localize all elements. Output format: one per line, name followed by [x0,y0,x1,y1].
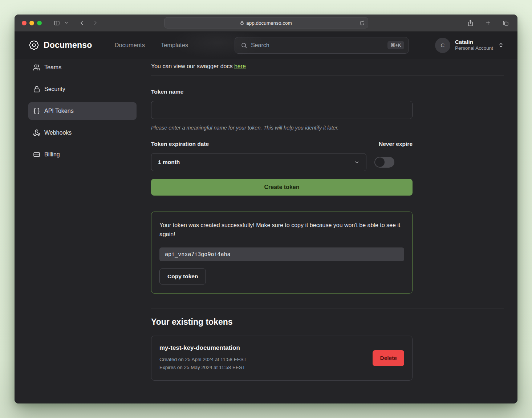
search-shortcut-badge: ⌘+K [387,41,404,49]
token-name-label: Token name [151,89,504,95]
new-tab-icon[interactable] [484,19,492,27]
address-bar[interactable]: app.documenso.com [164,17,368,29]
credit-card-icon [33,151,40,158]
sidebar-item-label: Security [44,86,65,93]
app-header: Documenso Documents Templates ⌘+K C Cata… [15,32,517,59]
expiration-label: Token expiration date [151,141,209,147]
sidebar-item-label: Webhooks [44,130,72,136]
sidebar-item-label: Billing [44,151,60,158]
token-created-alert: Your token was created successfully! Mak… [151,212,413,294]
settings-sidebar: Teams Security API Tokens [28,59,137,381]
chevron-down-icon[interactable] [63,20,70,26]
braces-icon [33,107,40,115]
reload-icon[interactable] [360,20,365,25]
search-input[interactable] [251,42,384,49]
swagger-docs-line: You can view our swagger docs here [151,63,504,70]
swagger-text: You can view our swagger docs [151,63,234,69]
webhook-icon [33,129,40,136]
avatar: C [435,38,450,53]
account-type: Personal Account [455,45,493,52]
share-icon[interactable] [466,18,475,28]
brand-name: Documenso [44,40,92,50]
lock-icon [33,86,40,93]
back-icon[interactable] [77,18,86,28]
sidebar-item-webhooks[interactable]: Webhooks [28,124,137,142]
sidebar-toggle-icon[interactable] [52,19,62,28]
sidebar-item-label: Teams [44,64,61,71]
nav-templates[interactable]: Templates [161,42,188,49]
token-expires-date: Expires on 25 May 2024 at 11:58 EEST [159,364,247,372]
browser-window: app.documenso.com [15,15,517,403]
url-text: app.documenso.com [246,20,292,26]
token-created-date: Created on 25 April 2024 at 11:58 EEST [159,356,247,364]
delete-token-button[interactable]: Delete [373,350,404,366]
chevrons-up-down-icon [498,42,504,48]
api-tokens-panel: You can view our swagger docs here Token… [151,59,504,381]
account-menu[interactable]: C Catalin Personal Account [435,38,504,53]
divider [151,308,504,308]
sidebar-item-api-tokens[interactable]: API Tokens [28,102,137,120]
app-content: Documenso Documents Templates ⌘+K C Cata… [15,32,517,403]
expiration-select[interactable]: 1 month [151,153,366,171]
lock-icon [240,21,244,25]
documenso-logo-icon [28,40,40,51]
minimize-window-button[interactable] [29,21,34,25]
forward-icon[interactable] [91,18,100,28]
never-expire-label: Never expire [379,141,413,147]
existing-tokens-heading: Your existing tokens [151,317,504,327]
expiration-selected-value: 1 month [158,159,180,165]
sidebar-item-billing[interactable]: Billing [28,146,137,163]
close-window-button[interactable] [22,21,27,25]
zoom-window-button[interactable] [37,21,42,25]
never-expire-toggle[interactable] [374,157,394,168]
search-bar[interactable]: ⌘+K [235,37,409,54]
nav-documents[interactable]: Documents [114,42,145,49]
token-card: my-test-key-documentation Created on 25 … [151,336,413,381]
sidebar-item-label: API Tokens [44,108,74,114]
swagger-docs-link[interactable]: here [234,63,246,69]
main-nav: Documents Templates [114,42,188,49]
browser-chrome: app.documenso.com [15,15,517,32]
token-value-field[interactable]: api_vnxa7i3go9oi4aha [159,247,404,261]
toggle-knob [375,157,385,167]
token-name-helper: Please enter a meaningful name for your … [151,125,413,131]
create-token-button[interactable]: Create token [151,179,413,196]
sidebar-item-teams[interactable]: Teams [28,59,137,76]
sidebar-item-security[interactable]: Security [28,81,137,98]
chevron-down-icon [354,160,360,165]
search-icon [241,42,247,49]
divider [151,75,504,75]
traffic-lights [22,21,42,25]
token-card-name: my-test-key-documentation [159,344,247,352]
copy-token-button[interactable]: Copy token [159,269,206,284]
brand[interactable]: Documenso [28,40,92,51]
token-created-message: Your token was created successfully! Mak… [159,221,404,239]
users-icon [33,64,40,71]
account-name: Catalin [455,39,493,46]
tab-overview-icon[interactable] [501,19,510,28]
token-name-input[interactable] [151,101,413,119]
